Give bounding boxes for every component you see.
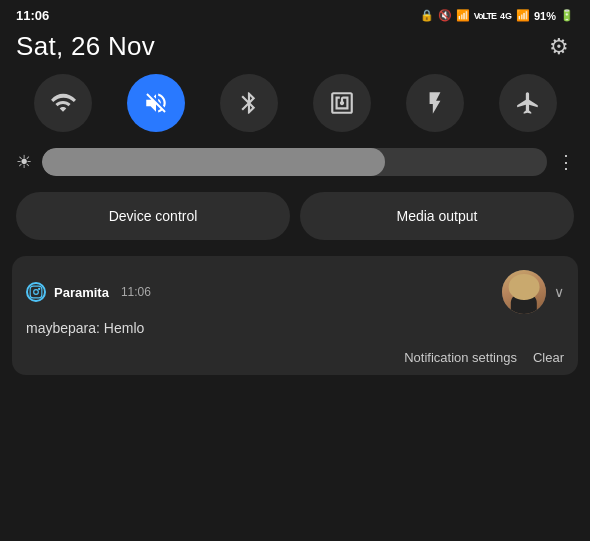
brightness-slider[interactable] xyxy=(42,148,547,176)
avatar xyxy=(502,270,546,314)
4g-icon: 4G xyxy=(500,11,512,21)
date-row: Sat, 26 Nov ⚙ xyxy=(0,27,590,74)
settings-icon[interactable]: ⚙ xyxy=(544,32,574,62)
bluetooth-svg xyxy=(236,90,262,116)
wifi-toggle[interactable] xyxy=(34,74,92,132)
avatar-image xyxy=(502,270,546,314)
brightness-row: ☀ ⋮ xyxy=(0,148,590,192)
airplane-svg xyxy=(515,90,541,116)
brightness-fill xyxy=(42,148,385,176)
notification-card: Paramita 11:06 ∨ maybepara: Hemlo Notifi… xyxy=(12,256,578,375)
brightness-icon: ☀ xyxy=(16,151,32,173)
notif-header: Paramita 11:06 ∨ xyxy=(26,270,564,314)
notif-app-name: Paramita xyxy=(54,285,109,300)
nfc-svg xyxy=(329,90,355,116)
svg-rect-0 xyxy=(30,286,42,298)
date-text: Sat, 26 Nov xyxy=(16,31,155,62)
volte-icon: VoLTE xyxy=(474,11,496,21)
status-bar: 11:06 🔒 🔇 📶 VoLTE 4G 📶 91% 🔋 xyxy=(0,0,590,27)
bluetooth-toggle[interactable] xyxy=(220,74,278,132)
brightness-more-icon[interactable]: ⋮ xyxy=(557,151,574,173)
quick-toggles xyxy=(0,74,590,148)
clear-button[interactable]: Clear xyxy=(533,350,564,365)
mute-toggle[interactable] xyxy=(127,74,185,132)
mute-icon: 🔇 xyxy=(438,9,452,22)
svg-point-2 xyxy=(39,288,40,289)
notif-header-left: Paramita 11:06 xyxy=(26,282,151,302)
lock-icon: 🔒 xyxy=(420,9,434,22)
battery-icon: 🔋 xyxy=(560,9,574,22)
battery-text: 91% xyxy=(534,10,556,22)
ig-svg xyxy=(29,285,43,299)
mute-svg xyxy=(143,90,169,116)
media-output-button[interactable]: Media output xyxy=(300,192,574,240)
signal-icon: 📶 xyxy=(516,9,530,22)
airplane-toggle[interactable] xyxy=(499,74,557,132)
wifi-calling-icon: 📶 xyxy=(456,9,470,22)
torch-svg xyxy=(422,90,448,116)
wifi-svg xyxy=(50,90,76,116)
notif-message: maybepara: Hemlo xyxy=(26,320,564,336)
notif-header-right: ∨ xyxy=(502,270,564,314)
nfc-toggle[interactable] xyxy=(313,74,371,132)
action-buttons: Device control Media output xyxy=(0,192,590,256)
notif-actions: Notification settings Clear xyxy=(26,346,564,365)
torch-toggle[interactable] xyxy=(406,74,464,132)
notification-settings-button[interactable]: Notification settings xyxy=(404,350,517,365)
instagram-icon xyxy=(26,282,46,302)
chevron-down-icon[interactable]: ∨ xyxy=(554,284,564,300)
svg-point-1 xyxy=(34,290,39,295)
status-icons: 🔒 🔇 📶 VoLTE 4G 📶 91% 🔋 xyxy=(420,9,574,22)
device-control-button[interactable]: Device control xyxy=(16,192,290,240)
status-time: 11:06 xyxy=(16,8,49,23)
notif-time: 11:06 xyxy=(121,285,151,299)
